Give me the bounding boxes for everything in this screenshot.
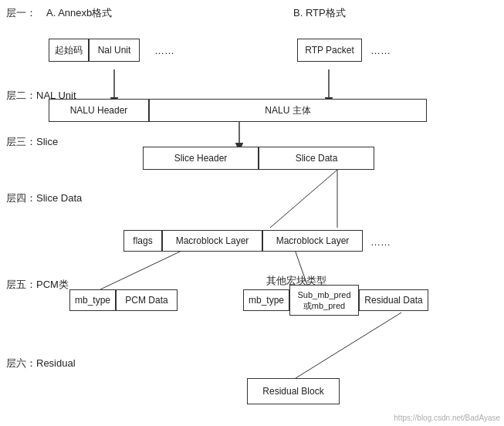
diagram: 层一： A. Annexb格式 B. RTP格式 起始码 Nal Unit ……… — [0, 0, 504, 426]
dots2-label: …… — [370, 45, 391, 56]
mbtype1-box: mb_type — [69, 289, 116, 311]
svg-line-8 — [296, 313, 401, 378]
naluheader-box: NALU Header — [49, 99, 149, 122]
layer6-label: 层六：Residual — [6, 357, 76, 370]
dots3-label: …… — [370, 236, 391, 248]
nalunit-box: Nal Unit — [89, 39, 140, 62]
submb-box: Sub_mb_pred 或mb_pred — [289, 285, 359, 316]
flags-box: flags — [123, 230, 162, 252]
layer1-a-label: A. Annexb格式 — [46, 6, 112, 20]
macroblock2-box: Macroblock Layer — [262, 230, 363, 252]
mbtype2-box: mb_type — [243, 289, 289, 311]
slicedata-box: Slice Data — [259, 147, 374, 170]
watermark: https://blog.csdn.net/BadAyase — [394, 414, 500, 422]
svg-line-6 — [100, 245, 193, 289]
pcmdata-box: PCM Data — [116, 289, 178, 311]
svg-line-4 — [270, 170, 337, 228]
residualblock-box: Residual Block — [247, 378, 340, 404]
layer4-label: 层四：Slice Data — [6, 191, 82, 205]
layer1-label: 层一： — [6, 6, 36, 20]
nalubody-box: NALU 主体 — [149, 99, 427, 122]
qishi-box: 起始码 — [49, 39, 89, 62]
macroblock1-box: Macroblock Layer — [162, 230, 262, 252]
layer1-b-label: B. RTP格式 — [293, 6, 346, 20]
rtppacket-box: RTP Packet — [297, 39, 362, 62]
dots1-label: …… — [154, 45, 174, 56]
sliceheader-box: Slice Header — [143, 147, 259, 170]
residualdata-box: Residual Data — [359, 289, 428, 311]
layer5-label: 层五：PCM类 — [6, 278, 69, 292]
layer3-label: 层三：Slice — [6, 135, 58, 149]
